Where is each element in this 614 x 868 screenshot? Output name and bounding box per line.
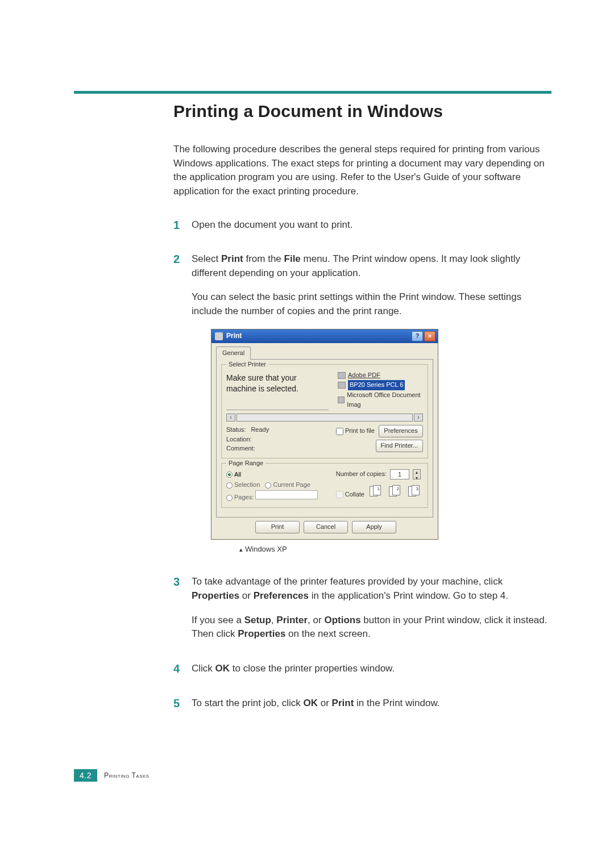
section-label: Printing Tasks [104, 771, 150, 779]
group-select-printer: Select Printer Make sure that your machi… [221, 364, 428, 458]
page-number: 4.2 [74, 769, 97, 782]
caption-triangle-icon: ▴ [239, 546, 243, 553]
scroll-right-button[interactable]: › [414, 414, 423, 422]
step-2-text-a: Select Print from the File menu. The Pri… [192, 253, 520, 278]
range-pages-radio: Pages: [226, 490, 336, 503]
preferences-button[interactable]: Preferences [379, 425, 423, 437]
copies-stepper[interactable]: ▲▼ [413, 469, 421, 479]
group-page-range: Page Range All Selection Current Page Pa… [221, 463, 428, 508]
step-5-text: To start the print job, click OK or Prin… [192, 698, 440, 708]
scroll-track[interactable] [237, 414, 413, 422]
group-legend: Page Range [226, 459, 265, 468]
step-4-text: Click OK to close the printer properties… [192, 663, 395, 674]
copies-label: Number of copies: [336, 470, 387, 479]
print-button[interactable]: Print [255, 521, 300, 533]
step-number: 2 [173, 251, 180, 268]
find-printer-button[interactable]: Find Printer... [376, 440, 423, 452]
printer-item-selected[interactable]: BP20 Series PCL 6 [338, 380, 423, 390]
step-5: 5 To start the print job, click OK or Pr… [173, 696, 551, 711]
printer-icon [215, 332, 223, 340]
range-all-radio[interactable]: All [226, 469, 336, 480]
intro-paragraph: The following procedure describes the ge… [173, 143, 551, 199]
printer-item[interactable]: Microsoft Office Document Imag [338, 390, 423, 410]
print-to-file-checkbox[interactable]: Print to file [336, 427, 375, 436]
horizontal-scrollbar[interactable]: ‹ › [226, 414, 423, 422]
step-4: 4 Click OK to close the printer properti… [173, 662, 551, 676]
printer-icon [338, 372, 346, 379]
dialog-titlebar: Print ? × [211, 329, 438, 343]
printer-list[interactable]: Adobe PDF BP20 Series PCL 6 Microsoft Of… [338, 370, 423, 410]
help-button[interactable]: ? [412, 331, 423, 341]
scroll-left-button[interactable]: ‹ [226, 414, 235, 422]
step-1: 1 Open the document you want to print. [173, 218, 551, 232]
tab-general[interactable]: General [216, 347, 251, 360]
step-3-text-a: To take advantage of the printer feature… [192, 576, 508, 601]
step-2-text-b: You can select the basic print settings … [192, 290, 551, 318]
close-button[interactable]: × [424, 331, 435, 341]
cancel-button[interactable]: Cancel [304, 521, 348, 533]
page-heading: Printing a Document in Windows [173, 102, 551, 121]
step-number: 3 [173, 574, 180, 590]
collate-icon: 11 22 33 [370, 484, 423, 496]
printer-icon [338, 382, 346, 389]
group-legend: Select Printer [226, 360, 268, 369]
apply-button[interactable]: Apply [352, 521, 396, 533]
step-number: 5 [173, 695, 180, 712]
page-footer: 4.2 Printing Tasks [74, 769, 150, 782]
printer-icon [338, 397, 345, 403]
collate-checkbox: Collate 11 22 33 [336, 484, 423, 499]
print-dialog-figure: Print ? × General Select Printer [211, 329, 551, 555]
copies-input[interactable]: 1 [390, 469, 409, 479]
figure-caption: ▴Windows XP [239, 544, 551, 555]
step-3-text-b: If you see a Setup, Printer, or Options … [192, 614, 551, 641]
callout-text: Make sure that your machine is selected. [226, 370, 329, 410]
range-selection-radio: Selection Current Page [226, 479, 336, 490]
pages-input [255, 490, 318, 499]
step-2: 2 Select Print from the File menu. The P… [173, 252, 551, 554]
step-number: 1 [173, 217, 180, 233]
step-1-text: Open the document you want to print. [192, 219, 353, 230]
printer-status-block: Status: Ready Location: Comment: [226, 425, 336, 453]
step-3: 3 To take advantage of the printer featu… [173, 575, 551, 641]
top-rule [74, 91, 551, 94]
printer-item[interactable]: Adobe PDF [338, 370, 423, 381]
step-number: 4 [173, 661, 180, 677]
print-dialog: Print ? × General Select Printer [211, 329, 438, 540]
dialog-title: Print [226, 331, 242, 341]
